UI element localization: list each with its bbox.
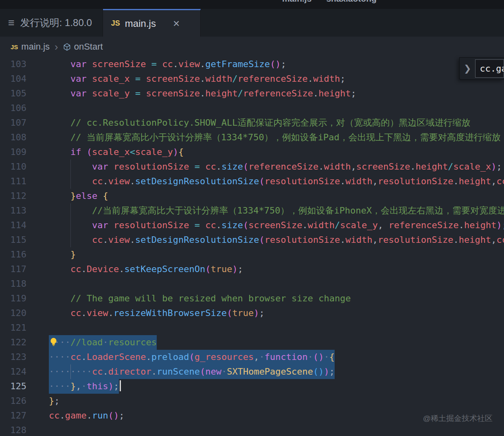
line-number[interactable]: 118 [0, 277, 26, 291]
token-pa: ) [173, 147, 178, 157]
line-number[interactable]: 115 [0, 233, 26, 247]
token-wd: · [103, 337, 108, 347]
code-line[interactable]: 108 // 当前屏幕宽高比小于设计分辨率（1334*750），例如设备iPad… [0, 130, 504, 145]
token-vr: cc [162, 59, 173, 69]
code-text[interactable]: cc.Device.setKeepScreenOn(true); [26, 262, 504, 277]
code-text[interactable]: cc.view.setDesignResolutionSize(resoluti… [26, 233, 504, 247]
find-toggle-replace-icon[interactable]: ❯ [464, 63, 471, 74]
code-text[interactable]: }else { [26, 189, 504, 203]
code-text[interactable]: cc.view.resizeWithBrowserSize(true); [26, 306, 504, 320]
code-text[interactable]: //当前屏幕宽高比大于设计分辨率（1334*750），例如设备iPhoneX，会… [26, 203, 504, 218]
code-line[interactable]: 124········cc.director.runScene(new·SXTH… [0, 364, 504, 379]
code-text[interactable]: // 当前屏幕宽高比小于设计分辨率（1334*750），例如设备iPad，会出现… [26, 130, 504, 145]
breadcrumb-file[interactable]: JS main.js [11, 41, 50, 52]
code-line[interactable]: 126}; [0, 394, 504, 408]
line-number[interactable]: 106 [0, 101, 26, 116]
code-text[interactable]: var scale_x = screenSize.width/reference… [26, 72, 504, 86]
code-line[interactable]: 105 var scale_y = screenSize.height/refe… [0, 86, 504, 101]
token-pn: , [351, 161, 356, 172]
line-number[interactable]: 103 [0, 57, 26, 72]
code-text[interactable]: ····cc.LoaderScene.preload(g_resources,·… [26, 350, 504, 364]
code-line[interactable]: 103 var screenSize = cc.view.getFrameSiz… [0, 57, 504, 72]
code-text[interactable]: var screenSize = cc.view.getFrameSize(); [26, 57, 504, 72]
line-number[interactable]: 108 [0, 130, 26, 145]
code-line[interactable]: 121 [0, 320, 504, 335]
tab-release-notes[interactable]: ≡ 发行说明: 1.80.0 [0, 9, 103, 37]
code-text[interactable]: // cc.ResolutionPolicy.SHOW_ALL适配保证内容完全展… [26, 116, 504, 130]
line-number[interactable]: 105 [0, 86, 26, 101]
line-number[interactable]: 126 [0, 394, 26, 408]
code-text[interactable]: if (scale_x<scale_y){ [26, 145, 504, 159]
find-query-text: cc.ga [480, 63, 504, 74]
code-text[interactable]: ····},·this); [26, 379, 504, 394]
line-number[interactable]: 124 [0, 364, 26, 379]
find-input[interactable]: cc.ga [475, 59, 504, 78]
code-text[interactable] [26, 320, 504, 335]
code-text[interactable]: var scale_y = screenSize.height/referenc… [26, 86, 504, 101]
code-text[interactable]: var resolutionSize = cc.size(screenSize.… [26, 218, 504, 233]
line-number[interactable]: 128 [0, 423, 26, 436]
code-line[interactable]: 117 cc.Device.setKeepScreenOn(true); [0, 262, 504, 277]
token-pn: . [103, 366, 108, 377]
line-number[interactable]: 121 [0, 320, 26, 335]
code-line[interactable]: 110 var resolutionSize = cc.size(referen… [0, 159, 504, 174]
tab-main-js[interactable]: JS main.js × [103, 9, 201, 37]
code-text[interactable]: // The game will be resized when browser… [26, 291, 504, 306]
line-number[interactable]: 112 [0, 189, 26, 203]
line-number[interactable]: 125 [0, 379, 26, 394]
close-icon[interactable]: × [173, 18, 180, 29]
token-pn: ; [496, 161, 502, 172]
token-ws [130, 88, 135, 98]
code-text[interactable]: cc.view.setDesignResolutionSize(resoluti… [26, 174, 504, 189]
code-line[interactable]: 111 cc.view.setDesignResolutionSize(reso… [0, 174, 504, 189]
line-number[interactable]: 119 [0, 291, 26, 306]
code-editor[interactable]: 103 var screenSize = cc.view.getFrameSiz… [0, 57, 504, 436]
token-vr: width [313, 74, 340, 84]
line-number[interactable]: 114 [0, 218, 26, 233]
line-number[interactable]: 123 [0, 350, 26, 364]
code-line[interactable]: 107 // cc.ResolutionPolicy.SHOW_ALL适配保证内… [0, 116, 504, 130]
code-line[interactable]: 115 cc.view.setDesignResolutionSize(reso… [0, 233, 504, 247]
code-line[interactable]: 113 //当前屏幕宽高比大于设计分辨率（1334*750），例如设备iPhon… [0, 203, 504, 218]
line-number[interactable]: 107 [0, 116, 26, 130]
breadcrumb-symbol[interactable]: onStart [63, 41, 103, 52]
line-number[interactable]: 116 [0, 247, 26, 262]
lightbulb-icon[interactable] [49, 337, 58, 350]
window-title: main.js shaxiaotong [282, 0, 377, 4]
line-number[interactable]: 111 [0, 174, 26, 189]
line-number[interactable]: 104 [0, 72, 26, 86]
code-text[interactable]: } [26, 247, 504, 262]
code-line[interactable]: 118 [0, 277, 504, 291]
code-line[interactable]: 106 [0, 101, 504, 116]
code-line[interactable]: 114 var resolutionSize = cc.size(screenS… [0, 218, 504, 233]
code-line[interactable]: 123····cc.LoaderScene.preload(g_resource… [0, 350, 504, 364]
code-line[interactable]: 109 if (scale_x<scale_y){ [0, 145, 504, 159]
token-pn: . [216, 161, 221, 172]
line-number[interactable]: 117 [0, 262, 26, 277]
code-text[interactable]: ········cc.director.runScene(new·SXTHome… [26, 364, 504, 379]
line-number[interactable]: 122 [0, 335, 26, 350]
code-line[interactable]: 120 cc.view.resizeWithBrowserSize(true); [0, 306, 504, 320]
token-pn: . [103, 235, 108, 245]
token-vr: cc [70, 308, 81, 318]
code-text[interactable]: }; [26, 394, 504, 408]
code-line[interactable]: 122····//load·resources [0, 335, 504, 350]
code-text[interactable] [26, 423, 504, 436]
code-text[interactable] [26, 277, 504, 291]
code-line[interactable]: 112 }else { [0, 189, 504, 203]
line-number[interactable]: 109 [0, 145, 26, 159]
code-line[interactable]: 125····},·this); [0, 379, 504, 394]
code-line[interactable]: 128 [0, 423, 504, 436]
code-line[interactable]: 119 // The game will be resized when bro… [0, 291, 504, 306]
code-line[interactable]: 104 var scale_x = screenSize.width/refer… [0, 72, 504, 86]
code-text[interactable] [26, 101, 504, 116]
line-number[interactable]: 113 [0, 203, 26, 218]
code-line[interactable]: 116 } [0, 247, 504, 262]
line-number[interactable]: 120 [0, 306, 26, 320]
token-pn: , [491, 235, 496, 245]
code-text[interactable]: ····//load·resources [26, 335, 504, 350]
line-number[interactable]: 110 [0, 159, 26, 174]
code-text[interactable]: var resolutionSize = cc.size(referenceSi… [26, 159, 504, 174]
token-vr: screenSize [146, 88, 199, 98]
line-number[interactable]: 127 [0, 408, 26, 423]
